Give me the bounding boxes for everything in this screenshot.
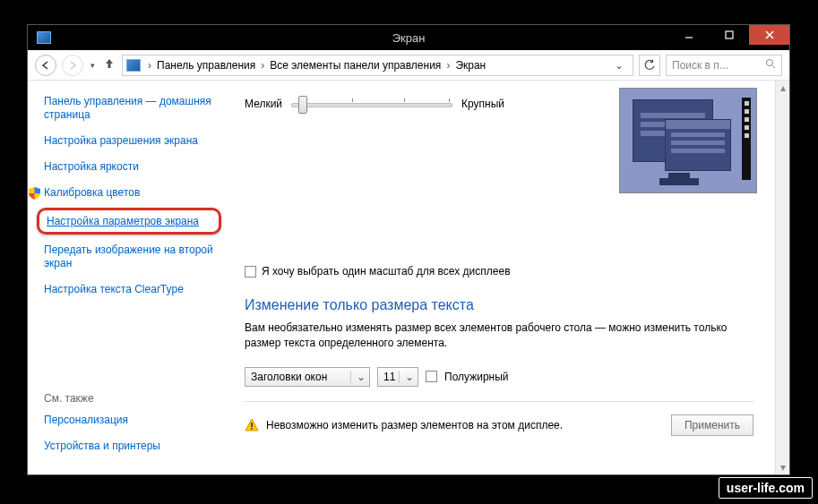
sidebar: Панель управления — домашняя страница На…	[28, 81, 223, 474]
sidebar-project[interactable]: Передать изображение на второй экран	[44, 243, 214, 270]
svg-rect-6	[251, 423, 253, 427]
svg-line-5	[772, 65, 775, 68]
watermark: user-life.com	[719, 477, 813, 499]
sidebar-see-also-label: См. также	[44, 392, 214, 405]
search-input[interactable]: Поиск в п...	[666, 55, 782, 76]
apply-button[interactable]: Применить	[671, 414, 753, 436]
warning-text: Невозможно изменить размер элементов на …	[266, 419, 563, 431]
breadcrumb-bar[interactable]: › Панель управления › Все элементы панел…	[122, 55, 633, 76]
breadcrumb-seg-1[interactable]: Панель управления	[155, 59, 257, 72]
refresh-button[interactable]	[639, 55, 660, 76]
size-combo[interactable]: 11 ⌄	[377, 367, 418, 387]
text-size-description: Вам необязательно изменять размер всех э…	[245, 320, 753, 351]
slider-label-large: Крупный	[461, 98, 504, 110]
breadcrumb-dropdown[interactable]: ⌄	[609, 59, 629, 72]
recent-dropdown[interactable]: ▾	[89, 61, 97, 70]
back-button[interactable]	[35, 55, 56, 76]
warning-row: Невозможно изменить размер элементов на …	[245, 414, 753, 436]
sidebar-resolution[interactable]: Настройка разрешения экрана	[44, 134, 214, 148]
chevron-right-icon: ›	[443, 59, 453, 72]
sidebar-devices[interactable]: Устройства и принтеры	[44, 440, 214, 453]
content: Мелкий Крупный Я хочу выбрать один м	[223, 81, 775, 474]
chevron-right-icon: ›	[257, 59, 268, 72]
svg-rect-7	[251, 428, 253, 430]
window: Экран ▾ › Панель управления ›	[27, 24, 790, 475]
one-scale-label[interactable]: Я хочу выбрать один масштаб для всех дис…	[262, 265, 511, 278]
svg-point-4	[767, 60, 773, 66]
bold-label[interactable]: Полужирный	[444, 371, 509, 383]
one-scale-row: Я хочу выбрать один масштаб для всех дис…	[245, 265, 753, 278]
refresh-icon	[643, 59, 656, 72]
sidebar-personalization[interactable]: Персонализация	[44, 414, 214, 427]
slider-label-small: Мелкий	[245, 98, 282, 110]
search-placeholder: Поиск в п...	[672, 59, 728, 72]
chevron-right-icon: ›	[144, 59, 155, 72]
dpi-slider[interactable]	[291, 93, 452, 115]
up-icon	[102, 56, 116, 71]
body: Панель управления — домашняя страница На…	[28, 81, 789, 474]
bold-checkbox[interactable]	[426, 371, 437, 382]
scrollbar[interactable]: ▴ ▾	[775, 81, 789, 474]
scroll-down-icon[interactable]: ▾	[776, 460, 789, 474]
scroll-up-icon[interactable]: ▴	[776, 81, 789, 95]
breadcrumb-seg-3[interactable]: Экран	[453, 59, 487, 72]
forward-icon	[67, 60, 78, 71]
divider	[245, 401, 753, 402]
shield-icon	[29, 187, 40, 200]
titlebar: Экран	[28, 25, 789, 50]
up-button[interactable]	[102, 56, 116, 73]
back-icon	[40, 60, 51, 71]
search-icon	[765, 58, 776, 72]
forward-button[interactable]	[62, 55, 83, 76]
sidebar-home[interactable]: Панель управления — домашняя страница	[44, 95, 214, 122]
chevron-down-icon: ⌄	[399, 371, 414, 383]
text-size-controls: Заголовки окон ⌄ 11 ⌄ Полужирный	[245, 367, 753, 387]
element-combo[interactable]: Заголовки окон ⌄	[245, 367, 370, 387]
sidebar-brightness[interactable]: Настройка яркости	[44, 160, 214, 174]
warning-icon	[245, 418, 259, 432]
nav-row: ▾ › Панель управления › Все элементы пан…	[28, 50, 789, 81]
breadcrumb-seg-2[interactable]: Все элементы панели управления	[268, 59, 443, 72]
one-scale-checkbox[interactable]	[245, 266, 256, 278]
window-title: Экран	[28, 31, 789, 45]
text-size-heading: Изменение только размера текста	[245, 297, 753, 313]
slider-thumb[interactable]	[298, 96, 307, 114]
preview-illustration	[619, 88, 757, 193]
sidebar-cleartype[interactable]: Настройка текста ClearType	[44, 283, 214, 296]
highlight-annotation: Настройка параметров экрана	[37, 208, 221, 235]
display-icon	[126, 59, 141, 72]
sidebar-screen-params[interactable]: Настройка параметров экрана	[47, 215, 211, 228]
sidebar-calibration[interactable]: Калибровка цветов	[44, 186, 214, 200]
chevron-down-icon: ⌄	[350, 371, 366, 383]
